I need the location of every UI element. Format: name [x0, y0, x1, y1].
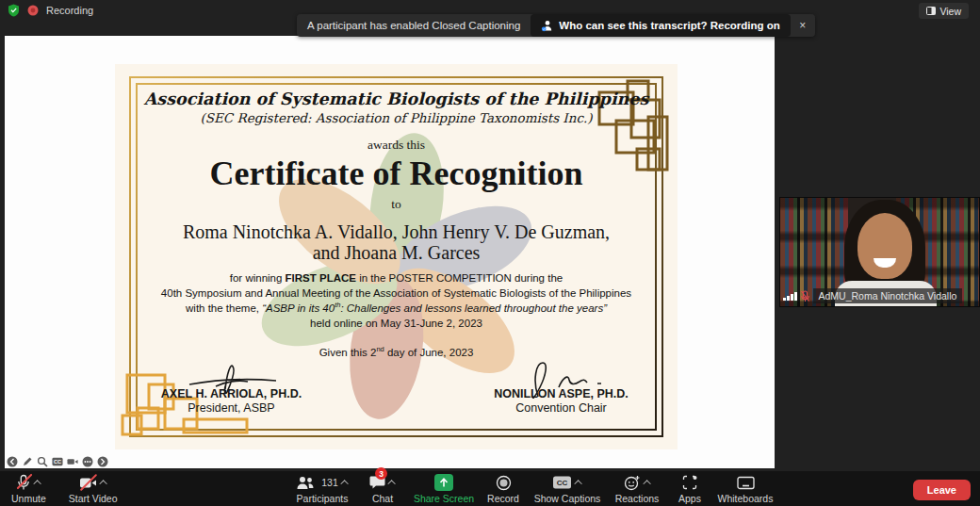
view-button[interactable]: View: [919, 3, 969, 19]
signature-row: AXEL H. ARRIOLA, PH.D. President, ASBP N…: [115, 359, 678, 415]
captions-cc-icon[interactable]: CC: [52, 456, 63, 467]
recipients-line-1: Roma Ninotchka A. Vidallo, John Henry V.…: [115, 221, 678, 242]
signatory-right-title: Convention Chair: [453, 401, 670, 415]
share-screen-icon: [434, 474, 453, 491]
participant-video-thumbnail[interactable]: AdMU_Roma Ninotchka Vidallo: [779, 197, 980, 307]
participants-chevron[interactable]: [340, 480, 348, 487]
signatory-left: AXEL H. ARRIOLA, PH.D. President, ASBP: [123, 359, 340, 415]
apps-button[interactable]: Apps: [671, 471, 709, 506]
captions-chevron[interactable]: [574, 480, 581, 487]
apps-icon: [682, 475, 697, 490]
participants-people-icon: [296, 476, 315, 490]
unmute-options-chevron[interactable]: [33, 480, 41, 487]
body-line-1: for winning FIRST PLACE in the POSTER CO…: [115, 271, 678, 286]
chat-label: Chat: [372, 493, 393, 504]
unmute-button[interactable]: Unmute: [11, 471, 46, 506]
certificate-document: Association of Systematic Biologists of …: [115, 64, 678, 449]
chat-chevron[interactable]: [387, 480, 395, 487]
cc-icon: CC: [552, 475, 572, 490]
start-video-label: Start Video: [69, 493, 118, 504]
connection-signal-icon: [783, 291, 797, 301]
chat-unread-badge: 3: [375, 467, 387, 480]
reactions-chevron[interactable]: [643, 480, 650, 487]
record-button[interactable]: Record: [482, 471, 524, 506]
more-options-icon[interactable]: [82, 456, 93, 467]
whiteboards-button[interactable]: Whiteboards: [716, 471, 775, 506]
security-shield-icon[interactable]: [8, 4, 20, 17]
reactions-button[interactable]: Reactions: [611, 471, 663, 506]
body-line-2: 40th Symposium and Annual Meeting of the…: [115, 286, 678, 302]
certificate-title: Certificate of Recognition: [115, 154, 678, 193]
record-icon: [496, 475, 512, 491]
participants-count: 131: [321, 477, 338, 488]
participants-button[interactable]: 131 Participants: [292, 471, 352, 506]
muted-mic-icon: [800, 290, 810, 302]
previous-arrow-icon[interactable]: [7, 456, 18, 467]
body-line-3: with the theme, “ASBP in its 40th: Chall…: [115, 301, 678, 317]
transcript-notice-label: Who can see this transcript? Recording o…: [559, 20, 780, 31]
participant-face: [858, 213, 912, 279]
unmute-label: Unmute: [11, 493, 46, 504]
awards-this-text: awards this: [115, 138, 678, 153]
svg-text:CC: CC: [54, 459, 61, 465]
share-screen-label: Share Screen: [414, 493, 474, 504]
share-screen-button[interactable]: Share Screen: [413, 471, 475, 506]
show-captions-label: Show Captions: [534, 493, 601, 504]
apps-label: Apps: [678, 493, 701, 504]
camera-off-icon: [79, 476, 97, 490]
svg-text:CC: CC: [557, 479, 568, 487]
whiteboard-icon: [737, 476, 755, 490]
signatory-right-name: NONILLON ASPE, PH.D.: [453, 387, 670, 400]
signatory-left-name: AXEL H. ARRIOLA, PH.D.: [123, 387, 340, 400]
banner-close-icon[interactable]: ×: [791, 19, 815, 32]
annotation-mini-toolbar: CC: [7, 456, 108, 467]
reactions-smiley-icon: [624, 475, 641, 491]
view-button-label: View: [939, 6, 961, 17]
zoom-meeting-window: Recording View A participant has enabled…: [0, 0, 980, 506]
mic-muted-icon: [16, 474, 31, 491]
chat-button[interactable]: 3 Chat: [360, 471, 405, 506]
to-text: to: [115, 197, 678, 212]
recipient-names: Roma Ninotchka A. Vidallo, John Henry V.…: [115, 221, 678, 264]
start-video-button[interactable]: Start Video: [69, 471, 118, 506]
next-arrow-icon[interactable]: [97, 456, 108, 467]
reactions-label: Reactions: [615, 493, 660, 504]
meeting-controls-toolbar: Unmute Start Video 131: [0, 471, 980, 506]
record-label: Record: [487, 493, 519, 504]
transcript-notice[interactable]: Who can see this transcript? Recording o…: [531, 14, 791, 37]
signatory-right: NONILLON ASPE, PH.D. Convention Chair: [453, 359, 670, 415]
zoom-magnifier-icon[interactable]: [37, 456, 48, 467]
leave-button[interactable]: Leave: [913, 480, 971, 500]
org-subtitle: (SEC Registered: Association of Philippi…: [115, 110, 678, 125]
video-camera-icon[interactable]: [67, 456, 78, 467]
notification-banner: A participant has enabled Closed Caption…: [297, 14, 815, 37]
signatory-left-title: President, ASBP: [123, 401, 340, 415]
shared-screen-area: Association of Systematic Biologists of …: [5, 36, 775, 468]
participants-label: Participants: [297, 493, 349, 504]
participant-person-icon: [541, 20, 553, 32]
show-captions-button[interactable]: CC Show Captions: [531, 471, 603, 506]
given-date-line: Given this 2nd day of June, 2023: [115, 345, 678, 358]
certificate-body: for winning FIRST PLACE in the POSTER CO…: [115, 271, 678, 332]
certificate-content: Association of Systematic Biologists of …: [115, 64, 678, 415]
body-line-4: held online on May 31-June 2, 2023: [115, 317, 678, 332]
recording-indicator-icon[interactable]: [27, 5, 39, 16]
whiteboards-label: Whiteboards: [718, 493, 774, 504]
org-name: Association of Systematic Biologists of …: [115, 90, 678, 108]
thumbnail-status-row: AdMU_Roma Ninotchka Vidallo: [783, 288, 962, 303]
participant-name-label: AdMU_Roma Ninotchka Vidallo: [813, 288, 963, 303]
annotate-pen-icon[interactable]: [22, 456, 33, 467]
recipients-line-2: and Jhoana M. Garces: [115, 242, 678, 263]
view-layout-icon: [926, 7, 936, 15]
recording-label: Recording: [46, 5, 93, 16]
cc-enabled-message: A participant has enabled Closed Caption…: [297, 20, 531, 31]
video-options-chevron[interactable]: [99, 480, 106, 487]
